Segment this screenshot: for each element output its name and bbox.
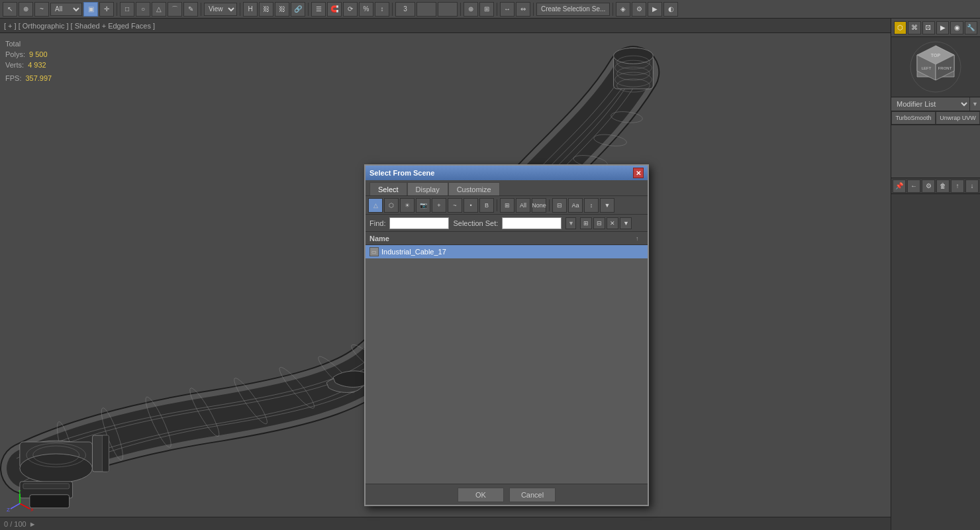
dialog-tabs: Select Display Customize xyxy=(366,180,648,196)
selection-set-arrow-btn[interactable]: ▼ xyxy=(565,217,576,229)
sel-icon-btn-2[interactable]: ⊟ xyxy=(593,217,605,229)
modify-panel-btn[interactable]: ⌘ xyxy=(908,21,920,34)
select-filter-btn[interactable]: ☰ xyxy=(311,2,326,17)
lasso-select-btn[interactable]: ⌒ xyxy=(168,2,182,17)
unlink-btn[interactable]: ⛓ xyxy=(275,2,289,17)
name-column-header: Name xyxy=(369,235,636,242)
percent-snap-btn[interactable]: % xyxy=(359,2,373,17)
sort-btn[interactable]: ↑ xyxy=(636,235,644,242)
ok-button[interactable]: OK xyxy=(458,488,504,502)
select-by-name-btn[interactable]: H xyxy=(243,2,258,17)
activeShade-btn[interactable]: ◐ xyxy=(663,2,678,17)
render-btn[interactable]: ▶ xyxy=(648,2,662,17)
options-btn[interactable]: ▼ xyxy=(600,198,614,213)
select-helpers-btn[interactable]: + xyxy=(432,198,446,213)
fps-label: FPS: xyxy=(5,73,21,83)
mod-move-up-btn[interactable]: ↑ xyxy=(951,180,964,193)
mod-delete-btn[interactable]: 🗑 xyxy=(936,180,950,193)
play-btn[interactable]: ► xyxy=(29,520,36,528)
circle-select-btn[interactable]: ○ xyxy=(136,2,150,17)
angle-snap-btn[interactable]: ⟳ xyxy=(343,2,358,17)
sel-icon-btn-1[interactable]: ⊞ xyxy=(580,217,592,229)
display-panel-btn[interactable]: ◉ xyxy=(950,21,963,34)
invert-selection-btn[interactable]: ⊞ xyxy=(500,198,514,213)
move-tool-btn[interactable]: ✛ xyxy=(99,2,114,17)
svg-text:TOP: TOP xyxy=(931,53,941,58)
select-from-scene-dialog[interactable]: Select From Scene ✕ Select Display Custo… xyxy=(364,164,649,506)
paint-select-btn[interactable]: ✎ xyxy=(183,2,198,17)
dialog-close-button[interactable]: ✕ xyxy=(633,168,644,178)
display-subtree-btn[interactable]: ⊟ xyxy=(552,198,567,213)
sel-icon-dropdown[interactable]: ▼ xyxy=(620,217,632,229)
turbosmoother-btn[interactable]: TurboSmooth xyxy=(891,111,936,125)
cancel-button[interactable]: Cancel xyxy=(509,488,556,502)
material-editor-btn[interactable]: ◈ xyxy=(616,2,630,17)
fence-select-btn[interactable]: △ xyxy=(152,2,166,17)
mod-configure-btn[interactable]: ⚙ xyxy=(922,180,935,193)
progress-text: 0 / 100 xyxy=(4,520,26,528)
sync-to-selection-btn[interactable]: ↕ xyxy=(584,198,599,213)
select-particles-btn[interactable]: • xyxy=(464,198,478,213)
modifier-dropdown-btn[interactable]: ▼ xyxy=(969,97,980,111)
select-mode-btn[interactable]: ▣ xyxy=(83,2,98,17)
view-select[interactable]: View xyxy=(204,3,237,16)
mirror-btn[interactable]: ⇔ xyxy=(516,2,530,17)
svg-text:FRONT: FRONT xyxy=(938,66,952,70)
z-field[interactable] xyxy=(438,2,458,17)
utilities-panel-btn[interactable]: 🔧 xyxy=(965,21,977,34)
case-sensitive-btn[interactable]: Aa xyxy=(568,198,583,213)
polys-label: Polys: xyxy=(5,49,25,60)
none-btn[interactable]: None xyxy=(532,198,546,213)
tab-display[interactable]: Display xyxy=(407,182,448,195)
motion-panel-btn[interactable]: ▶ xyxy=(936,21,949,34)
x-field[interactable]: 3 xyxy=(395,2,415,17)
mod-move-down-btn[interactable]: ↓ xyxy=(965,180,979,193)
select-bonebjects-btn[interactable]: B xyxy=(479,198,494,213)
y-field[interactable] xyxy=(416,2,436,17)
link-btn[interactable]: ⛓ xyxy=(259,2,273,17)
modifier-list-select[interactable]: Modifier List xyxy=(891,97,969,111)
snap-toggle-btn[interactable]: 🧲 xyxy=(327,2,342,17)
select-tool-btn[interactable]: ↖ xyxy=(3,2,17,17)
dialog-title-text: Select From Scene xyxy=(369,169,434,177)
tab-customize[interactable]: Customize xyxy=(448,182,500,195)
viewport-header: [ + ] [ Orthographic ] [ Shaded + Edged … xyxy=(0,19,891,33)
svg-rect-28 xyxy=(23,484,70,489)
render-setup-btn[interactable]: ⚙ xyxy=(632,2,646,17)
create-selection-set-btn[interactable]: Create Selection Se... xyxy=(536,3,610,16)
mod-pin-btn[interactable]: 📌 xyxy=(893,180,906,193)
select-cameras-btn[interactable]: 📷 xyxy=(416,198,430,213)
mod-back-btn[interactable]: ← xyxy=(907,180,920,193)
viewport-stats: Total Polys: 9 500 Verts: 4 932 FPS: 357… xyxy=(5,38,52,83)
viewport[interactable]: [ + ] [ Orthographic ] [ Shaded + Edged … xyxy=(0,19,891,530)
list-item[interactable]: ▭ Industrial_Cable_17 xyxy=(366,245,648,258)
pivot-btn[interactable]: ⊞ xyxy=(479,2,494,17)
filter-btn[interactable]: ~ xyxy=(34,2,49,17)
select-spacewarps-btn[interactable]: ~ xyxy=(448,198,462,213)
ref-coord-btn[interactable]: ⊕ xyxy=(464,2,478,17)
spinner-snap-btn[interactable]: ↕ xyxy=(375,2,389,17)
box-select-btn[interactable]: □ xyxy=(120,2,134,17)
select-shapes-btn[interactable]: ⬡ xyxy=(384,198,399,213)
tab-select[interactable]: Select xyxy=(369,182,407,195)
select-lights-btn[interactable]: ☀ xyxy=(400,198,415,213)
selection-set-label: Selection Set: xyxy=(453,219,498,227)
select-geometry-btn[interactable]: △ xyxy=(368,198,383,213)
sel-icon-btn-3[interactable]: ✕ xyxy=(607,217,618,229)
svg-text:Y: Y xyxy=(18,490,22,494)
scale-btn[interactable]: ↔ xyxy=(500,2,514,17)
dialog-object-list[interactable]: ▭ Industrial_Cable_17 xyxy=(366,245,648,484)
selection-set-input[interactable] xyxy=(502,217,562,229)
all-btn[interactable]: All xyxy=(516,198,530,213)
svg-line-38 xyxy=(20,504,30,509)
bind-space-warp-btn[interactable]: 🔗 xyxy=(291,2,305,17)
viewport-nav-cube-area: TOP LEFT FRONT xyxy=(891,37,980,97)
create-panel-btn[interactable]: ⬡ xyxy=(894,21,906,34)
all-filter-select[interactable]: All xyxy=(50,3,82,16)
find-input[interactable] xyxy=(389,217,449,229)
region-select-btn[interactable]: ⊕ xyxy=(19,2,33,17)
hierarchy-panel-btn[interactable]: ⛝ xyxy=(922,21,935,34)
nav-cube[interactable]: TOP LEFT FRONT xyxy=(909,40,962,93)
unwrap-uvw-btn[interactable]: Unwrap UVW xyxy=(936,111,980,125)
dialog-titlebar[interactable]: Select From Scene ✕ xyxy=(366,166,648,180)
